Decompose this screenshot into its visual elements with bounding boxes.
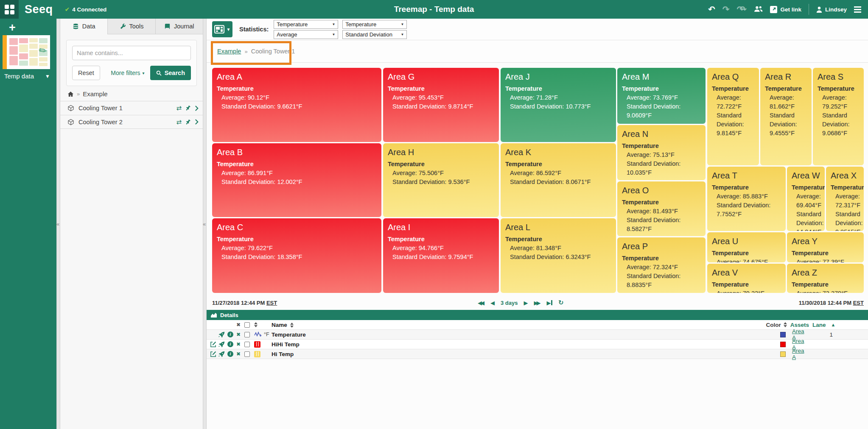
duration-label[interactable]: 3 days (501, 300, 518, 306)
treemap-tile-area-k[interactable]: Area KTemperatureAverage: 86.592°FStanda… (501, 143, 616, 217)
treemap-tile-area-p[interactable]: Area PTemperatureAverage: 72.324°FStanda… (617, 237, 706, 293)
rocket-icon[interactable] (218, 341, 225, 348)
collapse-left-icon[interactable]: « (56, 221, 59, 227)
treemap-tile-area-j[interactable]: Area JTemperatureAverage: 71.28°FStandar… (501, 68, 616, 142)
tile-title: Area B (217, 147, 377, 158)
undo-icon[interactable]: ↶ (708, 5, 715, 14)
statistic-signal-select-1[interactable]: Temperature ▼ (274, 20, 338, 29)
treemap-tile-area-h[interactable]: Area HTemperatureAverage: 75.506°FStanda… (383, 143, 499, 217)
reset-button[interactable]: Reset (72, 66, 100, 80)
treemap-tile-area-z[interactable]: Area ZTemperatureAverage: 73.379°F (787, 264, 864, 293)
column-color[interactable]: Color (711, 322, 787, 328)
asset-tree-root[interactable]: » Example (67, 90, 203, 98)
swap-asset-icon[interactable]: ⇄ (176, 104, 182, 112)
edit-icon[interactable] (210, 341, 216, 348)
statistic-function-select-1[interactable]: Average ▼ (274, 30, 338, 39)
users-icon[interactable] (754, 6, 763, 14)
row-checkbox[interactable] (244, 342, 250, 347)
sort-icon[interactable] (290, 323, 294, 328)
tab-journal-label: Journal (174, 23, 194, 30)
data-panel-collapse-strip[interactable]: « (203, 19, 207, 429)
treemap-tile-area-n[interactable]: Area NTemperatureAverage: 75.13°FStandar… (617, 125, 706, 180)
rocket-icon[interactable] (218, 332, 225, 338)
treemap-tile-area-a[interactable]: Area ATemperatureAverage: 90.12°FStandar… (212, 68, 381, 142)
rocket-icon[interactable] (218, 351, 225, 357)
remove-icon[interactable]: ✖ (236, 341, 241, 347)
range-start[interactable]: 11/27/2018 12:44 PM EST (212, 300, 277, 306)
pan-back-fast-icon[interactable]: ◀◀ (478, 300, 484, 306)
row-checkbox[interactable] (244, 332, 250, 337)
treemap-tile-area-y[interactable]: Area YTemperatureAverage: 77.39°F (787, 232, 864, 262)
get-link-button[interactable]: Get link (770, 6, 801, 13)
user-menu[interactable]: Lindsey (816, 6, 847, 13)
tab-tools[interactable]: Tools (108, 19, 155, 34)
hamburger-menu-icon[interactable] (854, 6, 861, 13)
treemap-tile-area-s[interactable]: Area STemperatureAverage: 79.252°FStanda… (813, 68, 864, 165)
connection-status[interactable]: ✔ 4 Connected (65, 6, 107, 13)
treemap-tile-area-g[interactable]: Area GTemperatureAverage: 95.453°FStanda… (383, 68, 499, 142)
timezone-link[interactable]: EST (266, 300, 277, 306)
refresh-icon[interactable]: ↻ (558, 299, 564, 306)
pan-forward-fast-icon[interactable]: ▶▶ (534, 300, 540, 306)
treemap-tile-area-r[interactable]: Area RTemperatureAverage: 81.662°FStanda… (760, 68, 812, 165)
asset-item-cooling-tower-1[interactable]: Cooling Tower 1 ⇄ (60, 101, 203, 115)
remove-icon[interactable]: ✖ (236, 351, 241, 357)
worksheet-thumbnail[interactable]: ✎ (3, 35, 50, 69)
asset-item-cooling-tower-2[interactable]: Cooling Tower 2 ⇄ (60, 115, 203, 129)
info-icon[interactable]: i (227, 332, 233, 337)
treemap-tile-area-l[interactable]: Area LTemperatureAverage: 81.348°FStanda… (501, 218, 616, 293)
sidebar-collapse-strip[interactable]: « (56, 19, 60, 429)
search-input[interactable] (72, 46, 191, 60)
column-lane[interactable]: Lane ▲ (809, 322, 839, 328)
more-filters-link[interactable]: More filters ▾ (111, 70, 144, 76)
edit-icon[interactable] (210, 351, 216, 357)
column-assets[interactable]: Assets (787, 322, 809, 328)
app-switcher-button[interactable] (0, 0, 19, 19)
details-panel-header[interactable]: Details (207, 310, 868, 320)
color-swatch[interactable] (780, 332, 786, 337)
redo-icon[interactable]: ↷ (722, 5, 730, 14)
statistic-function-select-2[interactable]: Standard Deviation ▼ (342, 30, 407, 39)
collapse-left-icon[interactable]: « (203, 221, 206, 227)
pan-back-icon[interactable]: ◀ (490, 300, 495, 306)
color-swatch[interactable] (780, 342, 786, 347)
tile-stat-line: Average: 75.13°F (622, 150, 701, 159)
info-icon[interactable]: i (227, 351, 233, 357)
treemap-tile-area-t[interactable]: Area TTemperatureAverage: 85.883°FStanda… (707, 167, 786, 231)
new-worksheet-button[interactable]: + (9, 22, 56, 33)
color-swatch[interactable] (780, 351, 786, 357)
treemap-tile-area-x[interactable]: Area XTemperatureAverage: 72.317°FStanda… (826, 167, 864, 231)
info-icon[interactable]: i (227, 341, 233, 347)
treemap-tile-area-o[interactable]: Area OTemperatureAverage: 81.493°FStanda… (617, 181, 706, 236)
treemap-tile-area-u[interactable]: Area UTemperatureAverage: 74.675°F (707, 232, 786, 262)
chevron-down-icon[interactable]: ▼ (45, 73, 50, 79)
statistic-signal-select-2[interactable]: Temperature ▼ (342, 20, 407, 29)
remove-icon[interactable]: ✖ (236, 332, 241, 337)
sort-icon[interactable] (254, 322, 258, 327)
sort-icon[interactable] (784, 322, 787, 327)
asset-link[interactable]: Area A (792, 348, 804, 360)
search-button[interactable]: Search (150, 66, 191, 80)
timezone-link[interactable]: EST (853, 300, 864, 306)
select-all-checkbox[interactable] (244, 322, 250, 328)
tab-journal[interactable]: Journal (156, 19, 203, 34)
treemap-tile-area-m[interactable]: Area MTemperatureAverage: 73.769°FStanda… (617, 68, 706, 124)
swap-asset-icon[interactable]: ⇄ (176, 118, 182, 126)
pan-forward-icon[interactable]: ▶ (524, 300, 528, 306)
treemap-tile-area-q[interactable]: Area QTemperatureAverage: 72.722°FStanda… (707, 68, 759, 165)
treemap-tile-area-w[interactable]: Area WTemperatureAverage: 69.404°FStanda… (787, 167, 825, 231)
treemap-tile-area-b[interactable]: Area BTemperatureAverage: 86.991°FStanda… (212, 143, 381, 217)
treemap-tile-area-i[interactable]: Area ITemperatureAverage: 94.766°FStanda… (383, 218, 499, 293)
treemap-tile-area-c[interactable]: Area CTemperatureAverage: 79.622°FStanda… (212, 218, 381, 293)
remove-all-icon[interactable]: ✖ (236, 322, 241, 328)
details-table: ✖ Name Color Assets Lane ▲ i✖°FTemperatu… (207, 320, 868, 359)
view-mode-button[interactable]: ▼ (212, 21, 232, 37)
range-end[interactable]: 11/30/2018 12:44 PM EST (799, 300, 864, 306)
redo-all-icon[interactable]: ↷↷ (736, 5, 747, 14)
tab-data[interactable]: Data (60, 19, 108, 34)
row-checkbox[interactable] (244, 351, 250, 357)
column-name[interactable]: Name (272, 322, 711, 328)
breadcrumb-example-link[interactable]: Example (217, 48, 241, 55)
go-to-now-icon[interactable]: ▶ (546, 300, 552, 306)
treemap-tile-area-v[interactable]: Area VTemperatureAverage: 79.22°F (707, 264, 786, 293)
